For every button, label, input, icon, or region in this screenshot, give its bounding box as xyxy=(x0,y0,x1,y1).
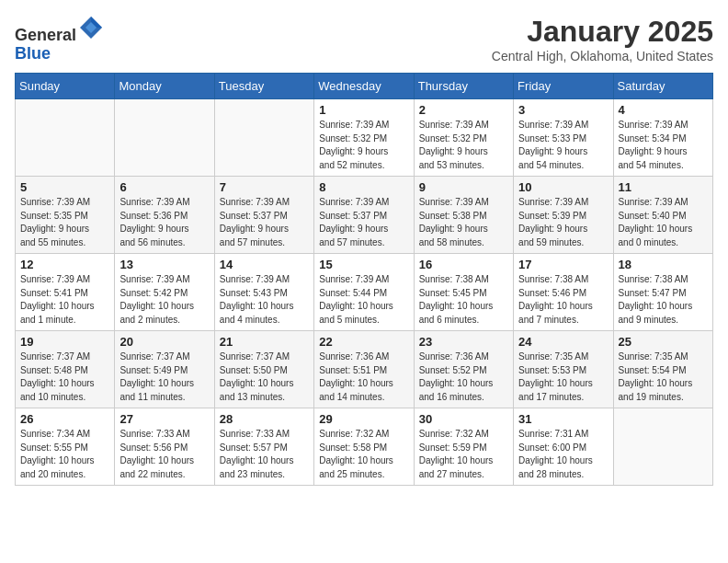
day-number: 2 xyxy=(419,103,508,117)
day-info: Sunrise: 7:32 AM Sunset: 5:59 PM Dayligh… xyxy=(419,428,508,481)
calendar-cell: 12Sunrise: 7:39 AM Sunset: 5:41 PM Dayli… xyxy=(16,254,115,331)
day-number: 3 xyxy=(518,103,608,117)
day-number: 4 xyxy=(619,103,708,117)
calendar-week-row: 1Sunrise: 7:39 AM Sunset: 5:32 PM Daylig… xyxy=(16,99,713,177)
weekday-header-monday: Monday xyxy=(115,74,214,99)
day-number: 26 xyxy=(20,412,109,426)
day-number: 10 xyxy=(518,180,608,194)
day-number: 7 xyxy=(220,180,309,194)
day-number: 13 xyxy=(119,258,209,271)
day-number: 17 xyxy=(518,258,608,271)
calendar-week-row: 19Sunrise: 7:37 AM Sunset: 5:48 PM Dayli… xyxy=(16,331,713,408)
calendar-cell: 11Sunrise: 7:39 AM Sunset: 5:40 PM Dayli… xyxy=(613,177,712,254)
day-info: Sunrise: 7:36 AM Sunset: 5:51 PM Dayligh… xyxy=(319,350,408,404)
day-number: 27 xyxy=(119,412,209,426)
day-number: 1 xyxy=(319,103,408,117)
calendar-cell: 8Sunrise: 7:39 AM Sunset: 5:37 PM Daylig… xyxy=(314,177,414,254)
day-number: 28 xyxy=(220,412,309,426)
logo-general: General xyxy=(15,26,76,44)
day-info: Sunrise: 7:36 AM Sunset: 5:52 PM Dayligh… xyxy=(419,350,508,404)
day-info: Sunrise: 7:35 AM Sunset: 5:54 PM Dayligh… xyxy=(619,350,708,404)
day-info: Sunrise: 7:39 AM Sunset: 5:34 PM Dayligh… xyxy=(619,119,708,172)
day-info: Sunrise: 7:31 AM Sunset: 6:00 PM Dayligh… xyxy=(518,428,608,481)
weekday-header-row: SundayMondayTuesdayWednesdayThursdayFrid… xyxy=(16,74,713,99)
day-info: Sunrise: 7:33 AM Sunset: 5:57 PM Dayligh… xyxy=(220,428,309,481)
calendar-cell: 28Sunrise: 7:33 AM Sunset: 5:57 PM Dayli… xyxy=(214,408,313,486)
day-number: 9 xyxy=(419,180,508,194)
logo: General Blue xyxy=(15,15,104,63)
day-info: Sunrise: 7:39 AM Sunset: 5:39 PM Dayligh… xyxy=(518,196,608,249)
day-info: Sunrise: 7:39 AM Sunset: 5:40 PM Dayligh… xyxy=(619,196,708,249)
day-info: Sunrise: 7:33 AM Sunset: 5:56 PM Dayligh… xyxy=(119,428,209,481)
day-number: 14 xyxy=(220,258,309,271)
calendar-cell: 5Sunrise: 7:39 AM Sunset: 5:35 PM Daylig… xyxy=(16,177,115,254)
calendar-cell: 29Sunrise: 7:32 AM Sunset: 5:58 PM Dayli… xyxy=(314,408,414,486)
calendar-cell xyxy=(16,99,115,177)
day-number: 8 xyxy=(319,180,408,194)
day-info: Sunrise: 7:38 AM Sunset: 5:45 PM Dayligh… xyxy=(419,273,508,327)
logo-text: General Blue xyxy=(15,15,104,63)
calendar-cell: 6Sunrise: 7:39 AM Sunset: 5:36 PM Daylig… xyxy=(115,177,214,254)
calendar-cell: 25Sunrise: 7:35 AM Sunset: 5:54 PM Dayli… xyxy=(613,331,712,408)
weekday-header-saturday: Saturday xyxy=(613,74,712,99)
logo-blue: Blue xyxy=(15,44,51,63)
day-info: Sunrise: 7:39 AM Sunset: 5:41 PM Dayligh… xyxy=(20,273,109,327)
day-info: Sunrise: 7:39 AM Sunset: 5:32 PM Dayligh… xyxy=(319,119,408,172)
day-number: 25 xyxy=(619,335,708,349)
day-number: 23 xyxy=(419,335,508,349)
calendar-cell: 20Sunrise: 7:37 AM Sunset: 5:49 PM Dayli… xyxy=(115,331,214,408)
day-info: Sunrise: 7:38 AM Sunset: 5:46 PM Dayligh… xyxy=(518,273,608,327)
day-number: 6 xyxy=(119,180,209,194)
day-number: 30 xyxy=(419,412,508,426)
calendar-cell xyxy=(214,99,313,177)
day-info: Sunrise: 7:39 AM Sunset: 5:37 PM Dayligh… xyxy=(319,196,408,249)
day-info: Sunrise: 7:38 AM Sunset: 5:47 PM Dayligh… xyxy=(619,273,708,327)
page-header: General Blue January 2025 Central High, … xyxy=(15,15,713,63)
calendar-cell: 16Sunrise: 7:38 AM Sunset: 5:45 PM Dayli… xyxy=(414,254,513,331)
day-info: Sunrise: 7:39 AM Sunset: 5:43 PM Dayligh… xyxy=(220,273,309,327)
calendar-cell: 30Sunrise: 7:32 AM Sunset: 5:59 PM Dayli… xyxy=(414,408,513,486)
day-number: 18 xyxy=(619,258,708,271)
day-number: 24 xyxy=(518,335,608,349)
calendar-cell: 19Sunrise: 7:37 AM Sunset: 5:48 PM Dayli… xyxy=(16,331,115,408)
weekday-header-sunday: Sunday xyxy=(16,74,115,99)
calendar-cell: 24Sunrise: 7:35 AM Sunset: 5:53 PM Dayli… xyxy=(514,331,613,408)
logo-icon xyxy=(78,15,104,40)
calendar-table: SundayMondayTuesdayWednesdayThursdayFrid… xyxy=(15,73,713,486)
calendar-cell: 1Sunrise: 7:39 AM Sunset: 5:32 PM Daylig… xyxy=(314,99,414,177)
day-number: 5 xyxy=(20,180,109,194)
day-info: Sunrise: 7:37 AM Sunset: 5:49 PM Dayligh… xyxy=(119,350,209,404)
calendar-cell xyxy=(613,408,712,486)
weekday-header-tuesday: Tuesday xyxy=(214,74,313,99)
calendar-cell xyxy=(115,99,214,177)
calendar-cell: 26Sunrise: 7:34 AM Sunset: 5:55 PM Dayli… xyxy=(16,408,115,486)
calendar-cell: 17Sunrise: 7:38 AM Sunset: 5:46 PM Dayli… xyxy=(514,254,613,331)
calendar-cell: 14Sunrise: 7:39 AM Sunset: 5:43 PM Dayli… xyxy=(214,254,313,331)
location: Central High, Oklahoma, United States xyxy=(492,49,713,63)
day-number: 12 xyxy=(20,258,109,271)
calendar-cell: 27Sunrise: 7:33 AM Sunset: 5:56 PM Dayli… xyxy=(115,408,214,486)
calendar-cell: 23Sunrise: 7:36 AM Sunset: 5:52 PM Dayli… xyxy=(414,331,513,408)
calendar-cell: 31Sunrise: 7:31 AM Sunset: 6:00 PM Dayli… xyxy=(514,408,613,486)
day-info: Sunrise: 7:37 AM Sunset: 5:48 PM Dayligh… xyxy=(20,350,109,404)
day-number: 19 xyxy=(20,335,109,349)
calendar-week-row: 12Sunrise: 7:39 AM Sunset: 5:41 PM Dayli… xyxy=(16,254,713,331)
calendar-week-row: 5Sunrise: 7:39 AM Sunset: 5:35 PM Daylig… xyxy=(16,177,713,254)
calendar-cell: 18Sunrise: 7:38 AM Sunset: 5:47 PM Dayli… xyxy=(613,254,712,331)
day-info: Sunrise: 7:39 AM Sunset: 5:35 PM Dayligh… xyxy=(20,196,109,249)
weekday-header-thursday: Thursday xyxy=(414,74,513,99)
day-info: Sunrise: 7:32 AM Sunset: 5:58 PM Dayligh… xyxy=(319,428,408,481)
calendar-cell: 3Sunrise: 7:39 AM Sunset: 5:33 PM Daylig… xyxy=(514,99,613,177)
calendar-cell: 22Sunrise: 7:36 AM Sunset: 5:51 PM Dayli… xyxy=(314,331,414,408)
calendar-cell: 2Sunrise: 7:39 AM Sunset: 5:32 PM Daylig… xyxy=(414,99,513,177)
day-number: 21 xyxy=(220,335,309,349)
calendar-cell: 7Sunrise: 7:39 AM Sunset: 5:37 PM Daylig… xyxy=(214,177,313,254)
day-number: 16 xyxy=(419,258,508,271)
day-number: 31 xyxy=(518,412,608,426)
day-number: 20 xyxy=(119,335,209,349)
weekday-header-wednesday: Wednesday xyxy=(314,74,414,99)
day-info: Sunrise: 7:39 AM Sunset: 5:37 PM Dayligh… xyxy=(220,196,309,249)
calendar-cell: 15Sunrise: 7:39 AM Sunset: 5:44 PM Dayli… xyxy=(314,254,414,331)
day-info: Sunrise: 7:39 AM Sunset: 5:36 PM Dayligh… xyxy=(119,196,209,249)
day-info: Sunrise: 7:35 AM Sunset: 5:53 PM Dayligh… xyxy=(518,350,608,404)
